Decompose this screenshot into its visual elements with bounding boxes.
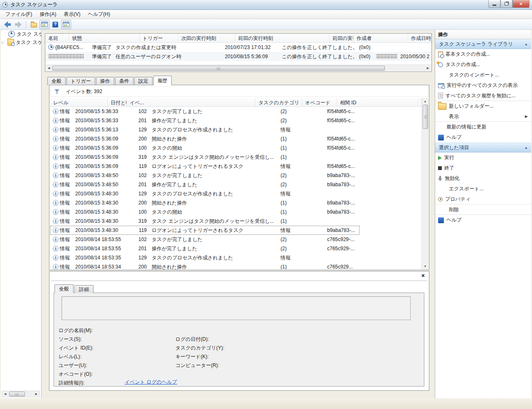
column-header[interactable]: 相関 ID — [337, 98, 418, 106]
action-item[interactable]: ヘルプ ▶ — [435, 215, 531, 225]
scroll-right-icon[interactable]: ▶ — [33, 391, 39, 397]
task-row[interactable]: {B4AFEC5... 準備完了 タスクの作成または変更時 2010/07/23… — [45, 43, 431, 52]
action-item[interactable]: 無効化 ▶ — [435, 173, 531, 184]
scrollbar-thumb[interactable] — [52, 66, 385, 71]
action-item[interactable]: タスクの作成... ▶ — [435, 59, 531, 70]
close-button[interactable]: × — [512, 0, 530, 8]
column-header[interactable]: オペコード — [302, 98, 337, 106]
event-row[interactable]: i情報 2010/08/15 5:36:09 200 開始された操作 (1) f… — [50, 134, 360, 143]
scroll-left-icon[interactable]: ◀ — [2, 391, 8, 397]
actions-section-header-selected[interactable]: 選択した項目 ▲ — [435, 143, 531, 153]
column-header[interactable]: イベ... — [127, 98, 256, 106]
actions-section-header-library[interactable]: タスク スケジューラ ライブラリ ▲ — [435, 39, 531, 49]
restore-button[interactable] — [500, 0, 512, 8]
tab[interactable]: 履歴 — [153, 76, 172, 85]
action-item[interactable]: 基本タスクの作成... ▶ — [435, 49, 531, 59]
column-header[interactable]: 作成日時 — [408, 34, 431, 42]
menu-item[interactable]: ヘルプ(H) — [84, 10, 114, 19]
event-row[interactable]: i情報 2010/08/15 5:36:33 201 操作が完了しました (2)… — [50, 116, 360, 125]
scroll-down-icon[interactable]: ▼ — [422, 263, 429, 269]
scroll-right-icon[interactable]: ▶ — [425, 65, 431, 71]
event-description-box[interactable] — [62, 296, 411, 320]
column-header[interactable]: 名前 — [45, 34, 69, 42]
preview-tab[interactable]: 全般 — [54, 284, 74, 293]
action-item[interactable]: 最新の情報に更新 ▶ — [435, 122, 531, 132]
expander-icon[interactable]: ▷ — [2, 40, 6, 44]
toolbar-help-button[interactable]: ? — [50, 20, 60, 29]
column-header[interactable] — [418, 98, 421, 106]
scroll-left-icon[interactable]: ◀ — [46, 65, 52, 71]
action-item[interactable]: 表示 ▶ — [435, 111, 531, 122]
column-header[interactable]: レベル — [50, 98, 108, 106]
collapse-icon[interactable]: ▲ — [525, 42, 528, 46]
menu-item[interactable]: 表示(V) — [60, 10, 84, 19]
action-item[interactable]: エクスポート... ▶ — [435, 184, 531, 194]
scrollbar-thumb[interactable] — [9, 392, 25, 397]
console-tree-toggle-button[interactable] — [39, 20, 49, 29]
column-header[interactable]: 日付と時刻 — [108, 98, 127, 106]
column-header[interactable]: 次回の実行時刻 — [178, 34, 235, 42]
action-item[interactable]: ヘルプ ▶ — [435, 132, 531, 143]
event-row[interactable]: i情報 2010/08/15 3:48:30 119 ログオンによってトリガーさ… — [50, 226, 360, 235]
task-row[interactable]: 準備完了 任意のユーザーのログオン時 2010/08/15 5:36:09 この… — [45, 52, 431, 61]
event-row[interactable]: i情報 2010/08/15 5:36:09 119 ログオンによってトリガーさ… — [50, 162, 360, 171]
event-filter-bar[interactable]: イベント数: 392 — [50, 86, 428, 97]
tab[interactable]: 設定 — [134, 77, 153, 85]
event-list-vertical-scrollbar[interactable]: ▲ ▼ — [421, 98, 429, 269]
event-row[interactable]: i情報 2010/08/15 5:36:33 102 タスクが完了しました (2… — [50, 107, 360, 116]
menu-item[interactable]: 操作(A) — [36, 10, 60, 19]
column-header[interactable]: タスクのカテゴリ — [256, 98, 302, 106]
titlebar[interactable]: タスク スケジューラ × — [0, 0, 532, 10]
event-row[interactable]: i情報 2010/08/14 18:53:35 129 タスクのプロセスが作成さ… — [50, 253, 360, 262]
delete-icon — [438, 206, 446, 213]
tree-item[interactable]: ▷ タスク スケジューラ ライブラリ — [1, 38, 41, 47]
export-list-button[interactable] — [29, 20, 39, 29]
tab[interactable]: トリガー — [66, 77, 95, 85]
minimize-button[interactable] — [488, 0, 500, 8]
action-item[interactable]: 削除 ▶ — [435, 204, 531, 215]
collapse-icon[interactable]: ▲ — [525, 146, 528, 150]
action-item[interactable]: 新しいフォルダー... ▶ — [435, 101, 531, 111]
event-row[interactable]: i情報 2010/08/15 3:48:30 319 タスク エンジンはタスク開… — [50, 217, 360, 226]
event-row[interactable]: i情報 2010/08/14 18:53:55 201 操作が完了しました (2… — [50, 244, 360, 253]
action-item[interactable]: 終了 ▶ — [435, 163, 531, 173]
action-item[interactable]: プロパティ ▶ — [435, 194, 531, 204]
tree-item[interactable]: タスク スケジューラ — [1, 30, 41, 38]
action-pane-toggle-button[interactable] — [61, 20, 71, 29]
scroll-up-icon[interactable]: ▲ — [422, 98, 429, 104]
event-row[interactable]: i情報 2010/08/15 3:48:30 129 タスクのプロセスが作成され… — [50, 189, 360, 198]
column-header[interactable]: 前回の実行結果 — [330, 34, 354, 42]
event-row[interactable]: i情報 2010/08/15 5:36:09 100 タスクの開始 (1) f0… — [50, 143, 360, 153]
preview-tab[interactable]: 詳細 — [74, 285, 94, 293]
tab[interactable]: 操作 — [96, 77, 114, 85]
event-row[interactable]: i情報 2010/08/15 5:36:13 129 タスクのプロセスが作成され… — [50, 125, 360, 134]
action-item[interactable]: タスクのインポート... ▶ — [435, 70, 531, 80]
back-button[interactable] — [2, 20, 12, 29]
tree-horizontal-scrollbar[interactable]: ◀ ▶ — [2, 391, 40, 397]
event-row[interactable]: i情報 2010/08/15 5:36:09 319 タスク エンジンはタスク開… — [50, 153, 360, 162]
action-item[interactable]: すべてのタスク履歴を無効に... ▶ — [435, 91, 531, 101]
event-row[interactable]: i情報 2010/08/15 3:48:50 201 操作が完了しました (2)… — [50, 180, 360, 189]
tab[interactable]: 条件 — [115, 77, 133, 85]
action-item[interactable]: 実行中のすべてのタスクの表示 ▶ — [435, 80, 531, 91]
event-log-help-link[interactable]: イベント ログのヘルプ — [125, 379, 177, 386]
task-basic-icon — [438, 52, 443, 57]
tab[interactable]: 全般 — [47, 77, 66, 85]
event-row[interactable]: i情報 2010/08/15 3:48:30 100 タスクの開始 (1) b9… — [50, 207, 360, 217]
event-row[interactable]: i情報 2010/08/14 18:53:34 200 開始された操作 (1) … — [50, 262, 360, 269]
forward-button[interactable] — [13, 20, 23, 29]
task-list-horizontal-scrollbar[interactable]: ◀ ▶ — [46, 64, 431, 71]
column-header[interactable]: 前回の実行時刻 — [235, 34, 330, 42]
event-row[interactable]: i情報 2010/08/15 3:48:50 102 タスクが完了しました (2… — [50, 171, 360, 180]
event-category: 操作が完了しました — [149, 117, 278, 124]
column-header[interactable]: トリガー — [140, 34, 178, 42]
scrollbar-thumb[interactable] — [423, 105, 428, 129]
menu-item[interactable]: ファイル(F) — [2, 10, 36, 19]
event-id: 201 — [130, 246, 149, 251]
event-row[interactable]: i情報 2010/08/15 3:48:30 200 開始された操作 (1) b… — [50, 198, 360, 207]
column-header[interactable]: 作成者 — [354, 34, 408, 42]
event-row[interactable]: i情報 2010/08/14 18:53:55 102 タスクが完了しました (… — [50, 235, 360, 244]
action-item[interactable]: 実行 ▶ — [435, 153, 531, 163]
column-header[interactable]: 状態 — [69, 34, 140, 42]
preview-close-button[interactable]: × — [421, 272, 425, 279]
